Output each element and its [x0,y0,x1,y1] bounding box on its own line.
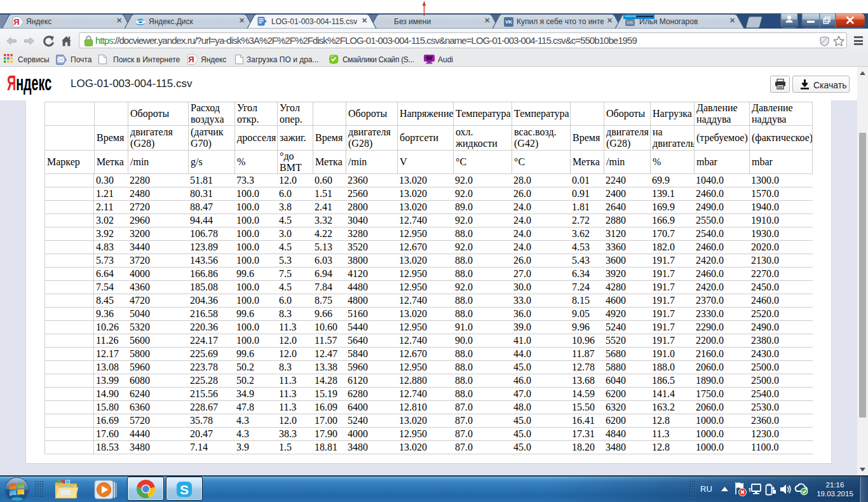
svg-text:Я: Я [188,55,194,64]
svg-text:S: S [180,482,189,497]
svg-text:Я: Я [13,17,19,27]
